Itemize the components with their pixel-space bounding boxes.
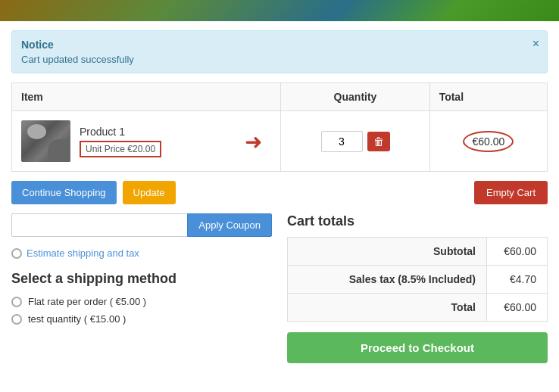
unit-price: Unit Price €20.00 bbox=[80, 141, 161, 157]
item-column-header: Item bbox=[12, 83, 281, 111]
checkout-button[interactable]: Proceed to Checkout bbox=[287, 332, 548, 363]
test-quantity-label: test quantity ( €15.00 ) bbox=[28, 313, 126, 325]
quantity-column-header: Quantity bbox=[281, 83, 429, 111]
total-column-header: Total bbox=[429, 83, 547, 111]
shipping-title: Select a shipping method bbox=[11, 271, 272, 287]
hero-image bbox=[0, 0, 559, 21]
quantity-input[interactable] bbox=[321, 131, 363, 152]
total-amount: €60.00 bbox=[463, 131, 514, 152]
product-thumbnail bbox=[21, 120, 70, 162]
totals-row: Sales tax (8.5% Included) €4.70 bbox=[288, 266, 548, 294]
totals-label: Subtotal bbox=[288, 238, 487, 266]
update-button[interactable]: Update bbox=[123, 181, 176, 204]
estimate-shipping-link[interactable]: Estimate shipping and tax bbox=[11, 247, 272, 259]
arrow-indicator: ➜ bbox=[245, 129, 262, 154]
total-cell: €60.00 bbox=[429, 111, 547, 172]
left-section: Apply Coupon Estimate shipping and tax S… bbox=[11, 213, 272, 363]
cart-table: Item Quantity Total Product 1 Unit Price… bbox=[11, 82, 548, 172]
totals-value: €60.00 bbox=[487, 238, 548, 266]
shipping-option-flat: Flat rate per order ( €5.00 ) bbox=[11, 296, 272, 307]
notice-close-button[interactable]: × bbox=[532, 37, 539, 51]
totals-value: €60.00 bbox=[487, 294, 548, 322]
quantity-cell: ➜ 🗑 bbox=[281, 111, 429, 172]
totals-value: €4.70 bbox=[487, 266, 548, 294]
totals-row: Subtotal €60.00 bbox=[288, 238, 548, 266]
cart-actions: Continue Shopping Update Empty Cart bbox=[11, 181, 548, 204]
bottom-section: Apply Coupon Estimate shipping and tax S… bbox=[11, 213, 548, 363]
shipping-option-test: test quantity ( €15.00 ) bbox=[11, 313, 272, 325]
estimate-label: Estimate shipping and tax bbox=[27, 247, 139, 259]
table-row: Product 1 Unit Price €20.00 ➜ 🗑 €60.00 bbox=[12, 111, 548, 172]
delete-item-button[interactable]: 🗑 bbox=[367, 132, 390, 151]
notice-box: Notice Cart updated successfully × bbox=[11, 30, 548, 73]
totals-label: Total bbox=[288, 294, 487, 322]
flat-rate-label: Flat rate per order ( €5.00 ) bbox=[28, 296, 146, 307]
totals-row: Total €60.00 bbox=[288, 294, 548, 322]
empty-cart-button[interactable]: Empty Cart bbox=[474, 181, 548, 204]
notice-title: Notice bbox=[21, 39, 524, 51]
coupon-input[interactable] bbox=[11, 213, 187, 237]
product-name: Product 1 bbox=[80, 126, 161, 138]
totals-label: Sales tax (8.5% Included) bbox=[288, 266, 487, 294]
right-section: Cart totals Subtotal €60.00 Sales tax (8… bbox=[287, 213, 548, 363]
totals-table: Subtotal €60.00 Sales tax (8.5% Included… bbox=[287, 237, 548, 322]
cart-actions-left: Continue Shopping Update bbox=[11, 181, 176, 204]
continue-shopping-button[interactable]: Continue Shopping bbox=[11, 181, 117, 204]
estimate-radio bbox=[11, 248, 22, 259]
coupon-row: Apply Coupon bbox=[11, 213, 272, 237]
notice-message: Cart updated successfully bbox=[21, 54, 524, 65]
test-quantity-radio[interactable] bbox=[11, 314, 22, 325]
cart-totals-title: Cart totals bbox=[287, 213, 548, 229]
item-cell: Product 1 Unit Price €20.00 bbox=[12, 111, 281, 172]
apply-coupon-button[interactable]: Apply Coupon bbox=[187, 213, 272, 237]
cart-container: Item Quantity Total Product 1 Unit Price… bbox=[0, 82, 559, 363]
flat-rate-radio[interactable] bbox=[11, 297, 22, 307]
product-info: Product 1 Unit Price €20.00 bbox=[80, 126, 161, 157]
